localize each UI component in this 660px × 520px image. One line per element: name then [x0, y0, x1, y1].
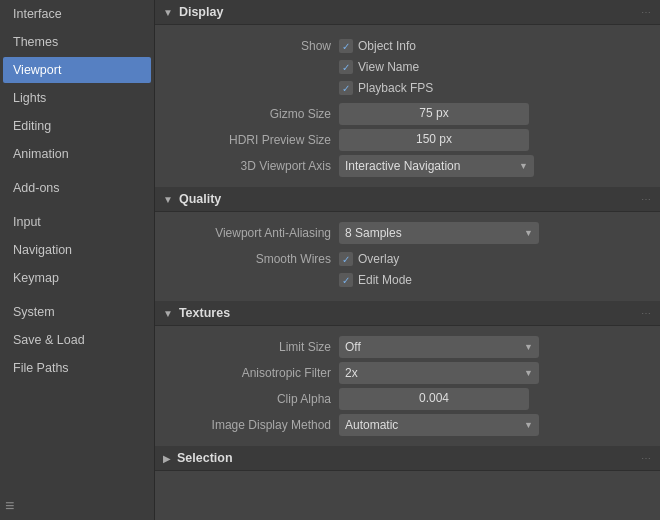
- checkbox-playback-fps-label: Playback FPS: [358, 81, 433, 95]
- gizmo-size-row: Gizmo Size 75 px: [159, 101, 656, 127]
- clip-alpha-row: Clip Alpha 0.004: [159, 386, 656, 412]
- image-display-label: Image Display Method: [159, 418, 339, 432]
- sidebar-item-save-load[interactable]: Save & Load: [3, 327, 151, 353]
- selection-arrow-icon: ▶: [163, 453, 171, 464]
- checkbox-edit-mode-label: Edit Mode: [358, 273, 412, 287]
- display-section-body: Show Object Info View Name Playback FPS …: [155, 25, 660, 187]
- image-display-arrow-icon: ▼: [524, 420, 533, 430]
- checkbox-playback-fps[interactable]: Playback FPS: [339, 79, 433, 97]
- main-content: ▼ Display ⋯ Show Object Info View Name P…: [155, 0, 660, 520]
- checkbox-object-info-label: Object Info: [358, 39, 416, 53]
- viewport-axis-row: 3D Viewport Axis Interactive Navigation …: [159, 153, 656, 179]
- textures-section-title: Textures: [179, 306, 641, 320]
- aniso-filter-value-area: 2x ▼: [339, 362, 656, 384]
- textures-section-body: Limit Size Off ▼ Anisotropic Filter 2x ▼…: [155, 326, 660, 446]
- viewport-axis-dropdown[interactable]: Interactive Navigation ▼: [339, 155, 534, 177]
- hdri-preview-label: HDRI Preview Size: [159, 133, 339, 147]
- hamburger-icon: ≡: [5, 497, 14, 514]
- hdri-preview-input[interactable]: 150 px: [339, 129, 529, 151]
- aniso-filter-arrow-icon: ▼: [524, 368, 533, 378]
- sidebar-item-add-ons[interactable]: Add-ons: [3, 175, 151, 201]
- smooth-wires-area: Smooth Wires Overlay Edit Mode: [159, 246, 656, 293]
- image-display-value-area: Automatic ▼: [339, 414, 656, 436]
- checkbox-edit-mode[interactable]: Edit Mode: [339, 271, 412, 289]
- image-display-dropdown[interactable]: Automatic ▼: [339, 414, 539, 436]
- sidebar-item-navigation[interactable]: Navigation: [3, 237, 151, 263]
- limit-size-row: Limit Size Off ▼: [159, 334, 656, 360]
- anti-aliasing-selected: 8 Samples: [345, 226, 402, 240]
- smooth-wires-checkboxes: Overlay Edit Mode: [339, 250, 412, 289]
- sidebar-item-viewport[interactable]: Viewport: [3, 57, 151, 83]
- clip-alpha-label: Clip Alpha: [159, 392, 339, 406]
- checkbox-overlay-box[interactable]: [339, 252, 353, 266]
- quality-section-header[interactable]: ▼ Quality ⋯: [155, 187, 660, 212]
- clip-alpha-value-area: 0.004: [339, 388, 656, 410]
- checkbox-object-info-box[interactable]: [339, 39, 353, 53]
- hdri-preview-value-area: 150 px: [339, 129, 656, 151]
- viewport-axis-label: 3D Viewport Axis: [159, 159, 339, 173]
- show-checkboxes: Object Info View Name Playback FPS: [339, 37, 433, 97]
- sidebar-item-file-paths[interactable]: File Paths: [3, 355, 151, 381]
- quality-arrow-icon: ▼: [163, 194, 173, 205]
- limit-size-dropdown[interactable]: Off ▼: [339, 336, 539, 358]
- gizmo-size-value-area: 75 px: [339, 103, 656, 125]
- aniso-filter-selected: 2x: [345, 366, 358, 380]
- viewport-axis-selected: Interactive Navigation: [345, 159, 460, 173]
- sidebar-item-system[interactable]: System: [3, 299, 151, 325]
- sidebar-item-lights[interactable]: Lights: [3, 85, 151, 111]
- sidebar-item-editing[interactable]: Editing: [3, 113, 151, 139]
- aniso-filter-row: Anisotropic Filter 2x ▼: [159, 360, 656, 386]
- checkbox-view-name-box[interactable]: [339, 60, 353, 74]
- limit-size-value-area: Off ▼: [339, 336, 656, 358]
- checkbox-view-name[interactable]: View Name: [339, 58, 433, 76]
- selection-section-dots: ⋯: [641, 453, 652, 464]
- sidebar-item-interface[interactable]: Interface: [3, 1, 151, 27]
- display-section-title: Display: [179, 5, 641, 19]
- limit-size-arrow-icon: ▼: [524, 342, 533, 352]
- gizmo-size-label: Gizmo Size: [159, 107, 339, 121]
- viewport-axis-value-area: Interactive Navigation ▼: [339, 155, 656, 177]
- anti-aliasing-value-area: 8 Samples ▼: [339, 222, 656, 244]
- anti-aliasing-label: Viewport Anti-Aliasing: [159, 226, 339, 240]
- selection-section-header[interactable]: ▶ Selection ⋯: [155, 446, 660, 471]
- limit-size-selected: Off: [345, 340, 361, 354]
- display-section-header[interactable]: ▼ Display ⋯: [155, 0, 660, 25]
- sidebar-item-themes[interactable]: Themes: [3, 29, 151, 55]
- anti-aliasing-dropdown[interactable]: 8 Samples ▼: [339, 222, 539, 244]
- checkbox-view-name-label: View Name: [358, 60, 419, 74]
- sidebar: Interface Themes Viewport Lights Editing…: [0, 0, 155, 520]
- checkbox-object-info[interactable]: Object Info: [339, 37, 433, 55]
- show-area: Show Object Info View Name Playback FPS: [159, 33, 656, 101]
- anti-aliasing-arrow-icon: ▼: [524, 228, 533, 238]
- display-arrow-icon: ▼: [163, 7, 173, 18]
- quality-section-title: Quality: [179, 192, 641, 206]
- textures-section-dots: ⋯: [641, 308, 652, 319]
- textures-section-header[interactable]: ▼ Textures ⋯: [155, 301, 660, 326]
- checkbox-overlay-label: Overlay: [358, 252, 399, 266]
- selection-section-title: Selection: [177, 451, 641, 465]
- hamburger-menu[interactable]: ≡: [5, 497, 14, 515]
- image-display-row: Image Display Method Automatic ▼: [159, 412, 656, 438]
- sidebar-item-input[interactable]: Input: [3, 209, 151, 235]
- anti-aliasing-row: Viewport Anti-Aliasing 8 Samples ▼: [159, 220, 656, 246]
- checkbox-edit-mode-box[interactable]: [339, 273, 353, 287]
- hdri-preview-row: HDRI Preview Size 150 px: [159, 127, 656, 153]
- viewport-axis-arrow-icon: ▼: [519, 161, 528, 171]
- display-section-dots: ⋯: [641, 7, 652, 18]
- checkbox-overlay[interactable]: Overlay: [339, 250, 412, 268]
- aniso-filter-label: Anisotropic Filter: [159, 366, 339, 380]
- show-label: Show: [159, 37, 339, 53]
- limit-size-label: Limit Size: [159, 340, 339, 354]
- aniso-filter-dropdown[interactable]: 2x ▼: [339, 362, 539, 384]
- sidebar-item-keymap[interactable]: Keymap: [3, 265, 151, 291]
- gizmo-size-input[interactable]: 75 px: [339, 103, 529, 125]
- sidebar-item-animation[interactable]: Animation: [3, 141, 151, 167]
- textures-arrow-icon: ▼: [163, 308, 173, 319]
- quality-section-dots: ⋯: [641, 194, 652, 205]
- checkbox-playback-fps-box[interactable]: [339, 81, 353, 95]
- quality-section-body: Viewport Anti-Aliasing 8 Samples ▼ Smoot…: [155, 212, 660, 301]
- clip-alpha-input[interactable]: 0.004: [339, 388, 529, 410]
- smooth-wires-label: Smooth Wires: [159, 250, 339, 266]
- image-display-selected: Automatic: [345, 418, 398, 432]
